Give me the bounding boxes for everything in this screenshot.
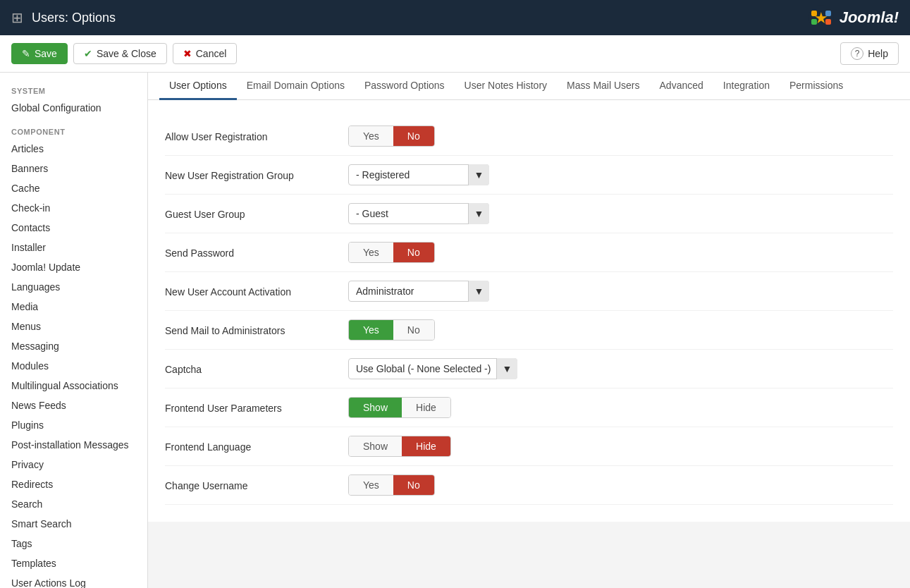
tab-password-options[interactable]: Password Options — [355, 73, 455, 100]
toggle-frontend-language: Show Hide — [348, 436, 451, 457]
tab-integration[interactable]: Integration — [713, 73, 780, 100]
toggle-frontend-language-show[interactable]: Show — [349, 436, 402, 456]
sidebar-item-modules[interactable]: Modules — [0, 356, 147, 376]
tab-email-domain-options[interactable]: Email Domain Options — [237, 73, 355, 100]
sidebar-item-banners[interactable]: Banners — [0, 159, 147, 178]
svg-rect-2 — [811, 11, 817, 16]
sidebar-item-plugins[interactable]: Plugins — [0, 415, 147, 435]
help-icon: ? — [851, 47, 863, 60]
select-wrapper-captcha: Use Global (- None Selected -) ▼ — [348, 358, 517, 379]
page-title: Users: Options — [32, 11, 116, 25]
select-registration-group[interactable]: - Registered — [348, 164, 489, 185]
form-row-new-user-account-activation: New User Account Activation Administrato… — [165, 272, 893, 311]
sidebar-spacer — [0, 118, 147, 125]
cancel-button[interactable]: ✖ Cancel — [173, 43, 238, 64]
sidebar-item-articles[interactable]: Articles — [0, 139, 147, 159]
toggle-send-password-no[interactable]: No — [393, 243, 434, 262]
toggle-send-mail-yes[interactable]: Yes — [349, 320, 393, 340]
sidebar-item-languages[interactable]: Languages — [0, 277, 147, 297]
sidebar-item-news-feeds[interactable]: News Feeds — [0, 396, 147, 415]
form-row-frontend-language: Frontend Language Show Hide — [165, 427, 893, 466]
label-allow-user-registration: Allow User Registration — [165, 125, 348, 142]
toggle-change-username: Yes No — [348, 474, 435, 496]
sidebar-item-media[interactable]: Media — [0, 297, 147, 317]
save-button[interactable]: ✎ Save — [11, 43, 68, 64]
svg-rect-3 — [825, 11, 831, 16]
select-wrapper-account-activation: Administrator ▼ — [348, 281, 489, 302]
control-send-mail-to-administrators: Yes No — [348, 319, 893, 341]
main-content: User Options Email Domain Options Passwo… — [148, 73, 910, 588]
form-row-guest-user-group: Guest User Group - Guest ▼ — [165, 195, 893, 233]
form-row-frontend-user-parameters: Frontend User Parameters Show Hide — [165, 388, 893, 427]
label-new-user-account-activation: New User Account Activation — [165, 281, 348, 298]
tab-user-notes-history[interactable]: User Notes History — [455, 73, 557, 100]
sidebar-item-search[interactable]: Search — [0, 494, 147, 514]
header: ⊞ Users: Options ★ Joomla! — [0, 0, 910, 35]
save-label: Save — [35, 48, 57, 59]
select-wrapper-guest-group: - Guest ▼ — [348, 203, 489, 224]
sidebar-item-privacy[interactable]: Privacy — [0, 455, 147, 474]
sidebar-item-user-actions-log[interactable]: User Actions Log — [0, 573, 147, 588]
sidebar-item-templates[interactable]: Templates — [0, 553, 147, 573]
control-new-user-account-activation: Administrator ▼ — [348, 281, 893, 302]
sidebar-item-global-configuration[interactable]: Global Configuration — [0, 98, 147, 118]
form-row-change-username: Change Username Yes No — [165, 466, 893, 505]
help-button[interactable]: ? Help — [840, 42, 899, 65]
toggle-no-button[interactable]: No — [393, 126, 434, 146]
cancel-icon: ✖ — [183, 48, 192, 59]
label-new-user-registration-group: New User Registration Group — [165, 164, 348, 181]
sidebar-item-contacts[interactable]: Contacts — [0, 218, 147, 238]
sidebar-item-smart-search[interactable]: Smart Search — [0, 514, 147, 534]
form-row-captcha: Captcha Use Global (- None Selected -) ▼ — [165, 350, 893, 388]
svg-rect-4 — [811, 19, 817, 25]
sidebar-item-post-installation-messages[interactable]: Post-installation Messages — [0, 435, 147, 455]
sidebar-item-joomla-update[interactable]: Joomla! Update — [0, 257, 147, 277]
sidebar-item-check-in[interactable]: Check-in — [0, 198, 147, 218]
select-wrapper-registration-group: - Registered ▼ — [348, 164, 489, 185]
sidebar-item-tags[interactable]: Tags — [0, 534, 147, 553]
sidebar-item-multilingual-associations[interactable]: Multilingual Associations — [0, 376, 147, 396]
sidebar-item-messaging[interactable]: Messaging — [0, 336, 147, 356]
select-guest-group[interactable]: - Guest — [348, 203, 489, 224]
sidebar-item-menus[interactable]: Menus — [0, 317, 147, 336]
toggle-allow-user-registration: Yes No — [348, 125, 435, 147]
label-frontend-language: Frontend Language — [165, 436, 348, 453]
joomla-logo-text: Joomla! — [840, 8, 899, 27]
toggle-send-mail-no[interactable]: No — [393, 320, 434, 340]
sidebar-item-redirects[interactable]: Redirects — [0, 474, 147, 494]
select-captcha[interactable]: Use Global (- None Selected -) — [348, 358, 517, 379]
toolbar: ✎ Save ✔ Save & Close ✖ Cancel ? Help — [0, 35, 910, 73]
toggle-change-username-yes[interactable]: Yes — [349, 475, 393, 495]
tab-advanced[interactable]: Advanced — [650, 73, 713, 100]
label-frontend-user-parameters: Frontend User Parameters — [165, 397, 348, 414]
select-account-activation[interactable]: Administrator — [348, 281, 489, 302]
sidebar-item-installer[interactable]: Installer — [0, 238, 147, 257]
toggle-yes-button[interactable]: Yes — [349, 126, 393, 146]
toolbar-left: ✎ Save ✔ Save & Close ✖ Cancel — [11, 43, 237, 64]
toggle-frontend-params-hide[interactable]: Hide — [402, 398, 450, 417]
toggle-change-username-no[interactable]: No — [393, 475, 434, 495]
toggle-send-mail: Yes No — [348, 319, 435, 341]
save-close-button[interactable]: ✔ Save & Close — [73, 43, 167, 64]
tab-mass-mail-users[interactable]: Mass Mail Users — [557, 73, 649, 100]
label-guest-user-group: Guest User Group — [165, 203, 348, 220]
tabs: User Options Email Domain Options Passwo… — [148, 73, 910, 100]
control-frontend-user-parameters: Show Hide — [348, 397, 893, 418]
control-captcha: Use Global (- None Selected -) ▼ — [348, 358, 893, 379]
svg-rect-5 — [825, 19, 831, 25]
cancel-label: Cancel — [196, 48, 227, 59]
toggle-send-password-yes[interactable]: Yes — [349, 243, 393, 262]
form-row-send-mail-to-administrators: Send Mail to Administrators Yes No — [165, 311, 893, 350]
toggle-send-password: Yes No — [348, 242, 435, 263]
control-new-user-registration-group: - Registered ▼ — [348, 164, 893, 185]
toggle-frontend-params-show[interactable]: Show — [349, 398, 402, 417]
component-section-label: COMPONENT — [0, 125, 147, 139]
control-change-username: Yes No — [348, 474, 893, 496]
control-frontend-language: Show Hide — [348, 436, 893, 457]
label-send-password: Send Password — [165, 242, 348, 259]
sidebar-item-cache[interactable]: Cache — [0, 178, 147, 198]
toggle-frontend-language-hide[interactable]: Hide — [402, 436, 450, 456]
tab-user-options[interactable]: User Options — [159, 73, 237, 100]
tab-permissions[interactable]: Permissions — [780, 73, 853, 100]
control-guest-user-group: - Guest ▼ — [348, 203, 893, 224]
